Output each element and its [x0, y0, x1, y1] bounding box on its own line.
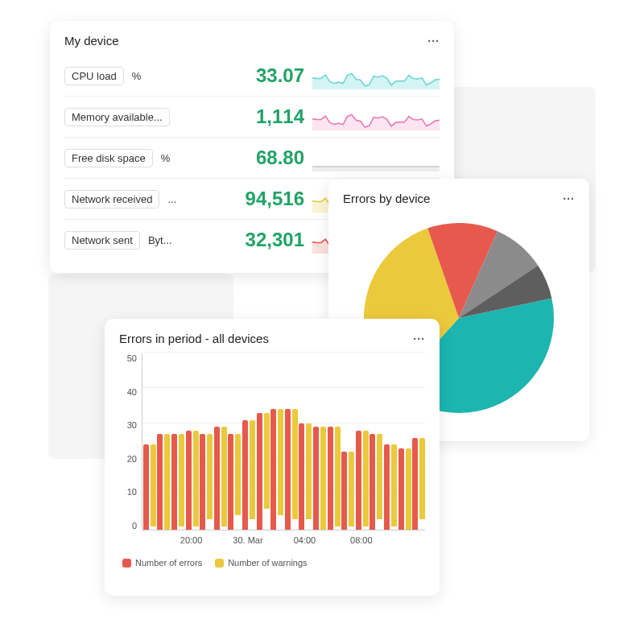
metric-value: 1,114 [214, 105, 304, 128]
legend-item-warnings: Number of warnings [215, 558, 307, 568]
bar-group [257, 413, 270, 530]
more-icon[interactable]: ··· [427, 35, 440, 47]
bar-group [200, 434, 213, 530]
sparkline [312, 62, 440, 89]
bar-errors [299, 423, 304, 530]
metric-row: CPU load % 33.07 [64, 56, 440, 96]
bar-group [398, 448, 411, 530]
legend-item-errors: Number of errors [122, 558, 202, 568]
metric-row: Free disk space % 68.80 [64, 137, 440, 178]
bar-warnings [235, 434, 241, 515]
metric-value: 68.80 [214, 147, 304, 169]
swatch-errors-icon [122, 559, 131, 568]
bar-errors [398, 448, 404, 530]
bar-group [143, 444, 156, 530]
bar-errors [369, 434, 375, 530]
sparkline [312, 103, 440, 130]
bar-errors [157, 434, 163, 530]
bar-warnings [151, 444, 156, 526]
bar-group [299, 423, 312, 530]
bar-errors [412, 438, 418, 530]
bar-errors [171, 434, 177, 530]
bar-warnings [193, 431, 199, 526]
bar-warnings [377, 434, 382, 519]
bar-group [171, 434, 184, 530]
bar-warnings [179, 434, 184, 526]
bar-warnings [264, 413, 270, 509]
metric-value: 32,301 [214, 229, 304, 251]
metric-unit: % [161, 152, 171, 164]
bar-warnings [320, 427, 326, 530]
bar-errors [285, 409, 291, 530]
bar-group [242, 420, 255, 530]
card-title: Errors in period - all devices [119, 332, 269, 345]
bar-errors [143, 444, 149, 530]
bar-group [214, 427, 227, 530]
x-tick: 04:00 [294, 535, 316, 545]
bar-group [341, 452, 354, 530]
metric-name: Memory available... [64, 108, 170, 126]
swatch-warnings-icon [215, 559, 224, 568]
x-axis: 20:0030. Mar04:0008:00 [142, 535, 425, 547]
metric-name: CPU load [64, 67, 124, 85]
bar-group [328, 427, 341, 530]
bar-errors [341, 452, 347, 530]
bar-warnings [306, 423, 312, 519]
bar-group [313, 427, 326, 530]
bar-warnings [419, 438, 425, 519]
metric-unit: ... [167, 193, 176, 205]
bar-group [228, 434, 241, 530]
x-tick: 08:00 [350, 535, 373, 545]
metric-name: Network received [64, 190, 159, 208]
x-tick: 20:00 [180, 535, 203, 545]
bar-warnings [335, 427, 341, 526]
bar-group [186, 431, 199, 530]
bar-warnings [207, 434, 213, 519]
bar-warnings [278, 409, 283, 515]
bar-errors [228, 434, 233, 530]
bar-errors [356, 431, 361, 530]
y-axis: 50403020100 [119, 353, 142, 530]
metric-unit: % [132, 70, 142, 82]
bar-group [270, 409, 283, 530]
bar-errors [214, 427, 220, 530]
bar-warnings [164, 434, 170, 530]
legend-label: Number of warnings [228, 558, 307, 568]
x-tick: 30. Mar [233, 535, 262, 545]
errors-in-period-card: Errors in period - all devices ··· 50403… [105, 319, 440, 596]
bar-errors [186, 431, 192, 530]
bar-errors [242, 420, 248, 530]
bar-errors [328, 427, 333, 530]
bar-warnings [250, 420, 255, 519]
card-title: Errors by device [343, 192, 430, 205]
bar-warnings [221, 427, 227, 526]
metric-value: 94,516 [214, 188, 304, 210]
bar-warnings [363, 431, 369, 526]
bar-warnings [391, 444, 397, 526]
bar-warnings [349, 452, 354, 526]
bar-errors [313, 427, 319, 530]
metric-unit: Byt... [148, 234, 172, 246]
bar-chart [142, 353, 425, 530]
bar-group [412, 438, 425, 530]
bar-group [285, 409, 298, 530]
metric-name: Network sent [64, 231, 140, 250]
bar-errors [200, 434, 205, 530]
bar-group [369, 434, 382, 530]
bar-group [356, 431, 369, 530]
bar-group [384, 444, 397, 530]
card-title: My device [64, 34, 119, 47]
legend-label: Number of errors [135, 558, 202, 568]
bar-errors [384, 444, 390, 530]
bar-group [157, 434, 170, 530]
bar-warnings [292, 409, 298, 518]
metric-name: Free disk space [64, 149, 153, 167]
more-icon[interactable]: ··· [563, 193, 575, 204]
sparkline [312, 144, 440, 171]
bar-errors [270, 409, 276, 530]
legend: Number of errors Number of warnings [122, 558, 425, 568]
metric-row: Memory available... 1,114 [64, 96, 440, 137]
bar-warnings [406, 448, 411, 530]
metric-value: 33.07 [214, 64, 304, 87]
more-icon[interactable]: ··· [413, 333, 425, 345]
